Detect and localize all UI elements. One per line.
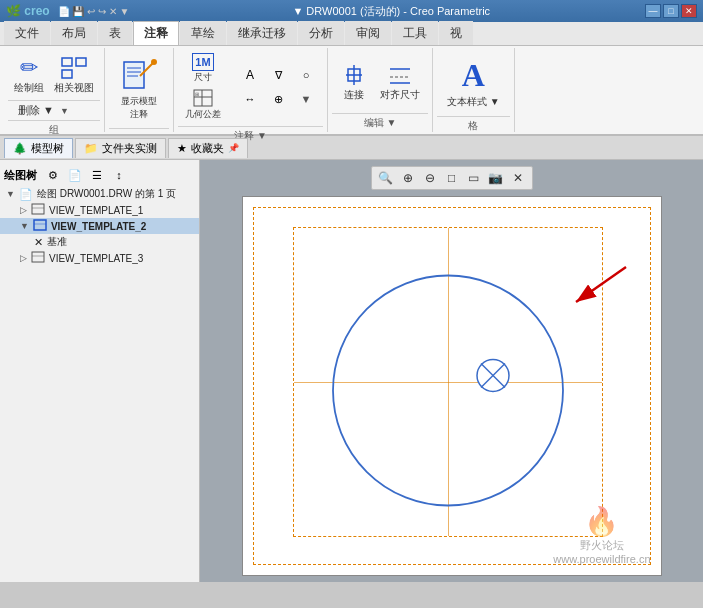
- window-controls: — □ ✕: [645, 4, 697, 18]
- tab-table[interactable]: 表: [98, 21, 132, 45]
- vt3-expand-arrow: ▷: [20, 253, 27, 263]
- tab-annotation[interactable]: 注释: [133, 21, 179, 45]
- ref-dim-icon: ↔: [240, 89, 260, 109]
- geom-tol-label: 几何公差: [185, 108, 221, 121]
- tab-sketch[interactable]: 草绘: [180, 21, 226, 45]
- align-dim-icon: [386, 61, 414, 89]
- dimension-icon: 1M: [192, 53, 214, 71]
- tree-item-vt2[interactable]: ▼ VIEW_TEMPLATE_2: [0, 218, 199, 234]
- text-style-label: 文本样式 ▼: [447, 95, 500, 109]
- btn-ordinate[interactable]: ⊕: [265, 88, 291, 110]
- main-circle-svg: [318, 251, 578, 511]
- btn-draw-group[interactable]: ✏ 绘制组: [10, 52, 48, 96]
- tab-bar: 🌲 模型树 📁 文件夹实测 ★ 收藏夹 📌: [0, 136, 703, 160]
- zoom-fit-btn[interactable]: 🔍: [376, 169, 396, 187]
- svg-point-24: [333, 276, 563, 506]
- title-icons: 📄 💾 ↩ ↪ ✕ ▼: [58, 6, 130, 17]
- delete-dropdown-icon[interactable]: ▼: [60, 106, 69, 116]
- ribbon-group-textstyle: A 文本样式 ▼ 格: [433, 48, 515, 132]
- tab-layout[interactable]: 布局: [51, 21, 97, 45]
- show-model-icon: [119, 55, 159, 95]
- view-rect2-btn[interactable]: ▭: [464, 169, 484, 187]
- btn-more-annot[interactable]: ▼: [293, 88, 319, 110]
- tab-modeltree[interactable]: 🌲 模型树: [4, 138, 73, 158]
- vt2-expand-arrow: ▼: [20, 221, 29, 231]
- tree-item-jizhun[interactable]: ✕ 基准: [0, 234, 199, 250]
- text-note-icon: A: [240, 65, 260, 85]
- btn-text-style[interactable]: A 文本样式 ▼: [441, 52, 506, 112]
- tree-item-vt3[interactable]: ▷ VIEW_TEMPLATE_3: [0, 250, 199, 266]
- tree-item-vt1[interactable]: ▷ VIEW_TEMPLATE_1: [0, 202, 199, 218]
- vt1-expand-arrow: ▷: [20, 205, 27, 215]
- ribbon-group-edit: 连接 对齐尺寸 编辑 ▼: [328, 48, 433, 132]
- align-dim-label: 对齐尺寸: [380, 89, 420, 101]
- delete-label: 删除 ▼: [12, 102, 60, 119]
- tab-fileexplorer[interactable]: 📁 文件夹实测: [75, 138, 166, 158]
- vt3-icon: [31, 251, 45, 265]
- draw-group-label: 绘制组: [14, 82, 44, 94]
- minimize-button[interactable]: —: [645, 4, 661, 18]
- ordinate-icon: ⊕: [268, 89, 288, 109]
- tab-file[interactable]: 文件: [4, 21, 50, 45]
- close-view-btn[interactable]: ✕: [508, 169, 528, 187]
- view-template-area: [293, 227, 603, 537]
- btn-text-note[interactable]: A: [237, 64, 263, 86]
- watermark: 🔥 野火论坛 www.proewildfire.cn: [553, 505, 650, 565]
- sidebar-layer-btn[interactable]: 📄: [65, 166, 85, 184]
- related-view-label: 相关视图: [54, 82, 94, 94]
- tab-tools[interactable]: 工具: [392, 21, 438, 45]
- ribbon-group-display: 显示模型 注释: [105, 48, 174, 132]
- vt3-label: VIEW_TEMPLATE_3: [49, 253, 143, 264]
- ribbon-group-zu: ✏ 绘制组 相关视图 删除 ▼ ▼ 组: [4, 48, 105, 132]
- btn-align-dim[interactable]: 对齐尺寸: [376, 59, 424, 103]
- drawing-icon: 📄: [19, 188, 33, 201]
- app-logo: 🌿 creo: [6, 4, 50, 18]
- sidebar-filter-btn[interactable]: ☰: [87, 166, 107, 184]
- ribbon-tab-bar: 文件 布局 表 注释 草绘 继承迁移 分析 审阅 工具 视: [0, 22, 703, 46]
- view-rect-btn[interactable]: □: [442, 169, 462, 187]
- svg-rect-1: [76, 58, 86, 66]
- group-textstyle-label: 格: [437, 116, 510, 135]
- tree-item-drawing[interactable]: ▼ 📄 绘图 DRW0001.DRW 的第 1 页: [0, 186, 199, 202]
- tab-favorites[interactable]: ★ 收藏夹 📌: [168, 138, 248, 158]
- tab-review[interactable]: 审阅: [345, 21, 391, 45]
- canvas-area[interactable]: 🔍 ⊕ ⊖ □ ▭ 📷 ✕: [200, 160, 703, 582]
- zoom-out-btn[interactable]: ⊖: [420, 169, 440, 187]
- sidebar-sort-btn[interactable]: ↕: [109, 166, 129, 184]
- sidebar-toolbar: 绘图树 ⚙ 📄 ☰ ↕: [0, 164, 199, 186]
- btn-connect[interactable]: 连接: [336, 59, 372, 103]
- fileexplorer-label: 文件夹实测: [102, 141, 157, 156]
- sidebar-settings-btn[interactable]: ⚙: [43, 166, 63, 184]
- group-display-label: [109, 128, 169, 133]
- jizhun-icon: ✕: [34, 236, 43, 249]
- btn-balloon[interactable]: ○: [293, 64, 319, 86]
- btn-ref-dim[interactable]: ↔: [237, 88, 263, 110]
- view-toolbar: 🔍 ⊕ ⊖ □ ▭ 📷 ✕: [371, 166, 533, 190]
- watermark-logo-icon: 🔥: [584, 505, 619, 538]
- vt1-label: VIEW_TEMPLATE_1: [49, 205, 143, 216]
- tab-analysis[interactable]: 分析: [298, 21, 344, 45]
- favorites-label: 收藏夹: [191, 141, 224, 156]
- btn-related-view[interactable]: 相关视图: [50, 52, 98, 96]
- modeltree-label: 模型树: [31, 141, 64, 156]
- btn-show-model-annotation[interactable]: 显示模型 注释: [113, 52, 165, 124]
- group-zu-label: 组: [8, 120, 100, 137]
- connect-label: 连接: [344, 89, 364, 101]
- close-button[interactable]: ✕: [681, 4, 697, 18]
- window-title: ▼ DRW0001 (活动的) - Creo Parametric: [137, 4, 645, 19]
- zoom-in-btn[interactable]: ⊕: [398, 169, 418, 187]
- tab-inherit[interactable]: 继承迁移: [227, 21, 297, 45]
- svg-rect-0: [62, 58, 72, 66]
- tab-view[interactable]: 视: [439, 21, 473, 45]
- maximize-button[interactable]: □: [663, 4, 679, 18]
- modeltree-icon: 🌲: [13, 142, 27, 155]
- favorites-icon: ★: [177, 142, 187, 155]
- jizhun-label: 基准: [47, 235, 67, 249]
- btn-surface-finish[interactable]: ∇: [265, 64, 291, 86]
- camera-btn[interactable]: 📷: [486, 169, 506, 187]
- svg-rect-22: [32, 252, 44, 262]
- ribbon-group-annotation: 1M 尺寸 ⊞ 几何公差 A: [174, 48, 328, 132]
- fileexplorer-icon: 📁: [84, 142, 98, 155]
- btn-geom-tol[interactable]: ⊞ 几何公差: [182, 87, 224, 122]
- btn-dimension[interactable]: 1M 尺寸: [189, 52, 217, 85]
